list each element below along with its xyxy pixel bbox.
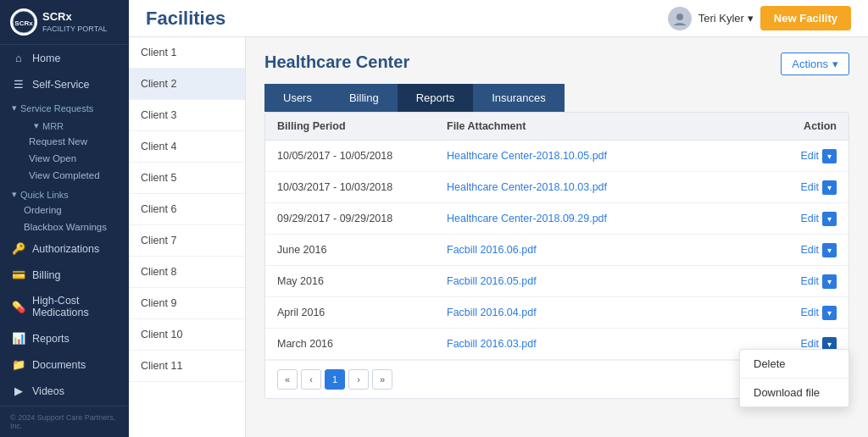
documents-icon: 📁 bbox=[12, 358, 25, 371]
sidebar-item-medications-label: High-Cost Medications bbox=[32, 295, 117, 318]
sidebar-item-authorizations-label: Authorizations bbox=[32, 243, 99, 255]
user-name-text: Teri Kyler bbox=[698, 12, 744, 25]
dropdown-arrow-btn-1[interactable]: ▾ bbox=[822, 180, 837, 195]
client-item-6[interactable]: Client 6 bbox=[129, 194, 245, 225]
sidebar-item-view-open[interactable]: View Open bbox=[22, 150, 129, 167]
client-item-3[interactable]: Client 3 bbox=[129, 100, 245, 131]
sidebar: SCRx SCRx FACILITY PORTAL ⌂ Home ☰ Self-… bbox=[0, 0, 129, 437]
client-item-1[interactable]: Client 1 bbox=[129, 37, 245, 69]
sidebar-item-high-cost-medications[interactable]: 💊 High-Cost Medications bbox=[0, 288, 129, 325]
dropdown-arrow-btn-4[interactable]: ▾ bbox=[822, 274, 837, 289]
sidebar-item-blackbox-warnings[interactable]: Blackbox Warnings bbox=[0, 218, 129, 235]
page-prev-btn[interactable]: ‹ bbox=[301, 369, 321, 390]
sidebar-item-reports[interactable]: 📊 Reports bbox=[0, 325, 129, 351]
main-panel: Healthcare Center Actions ▾ Users Billin… bbox=[246, 37, 868, 437]
page-first-btn[interactable]: « bbox=[277, 369, 298, 390]
edit-btn-1[interactable]: Edit bbox=[797, 180, 822, 195]
sidebar-item-videos[interactable]: ▶ Videos bbox=[0, 378, 129, 404]
logo-area: SCRx SCRx FACILITY PORTAL bbox=[0, 0, 129, 45]
user-name-dropdown[interactable]: Teri Kyler ▾ bbox=[698, 12, 754, 25]
svg-text:SCRx: SCRx bbox=[14, 19, 33, 27]
file-link-2[interactable]: Healthcare Center-2018.09.29.pdf bbox=[447, 213, 752, 224]
sidebar-item-billing[interactable]: 💳 Billing bbox=[0, 262, 129, 288]
context-menu: Delete Download file bbox=[739, 349, 849, 407]
col-action: Action bbox=[752, 120, 837, 132]
row-action-3: Edit ▾ bbox=[752, 242, 837, 257]
sidebar-nav: ⌂ Home ☰ Self-Service ▾ Service Requests… bbox=[0, 45, 129, 406]
content-area: Client 1 Client 2 Client 3 Client 4 Clie… bbox=[129, 37, 868, 437]
actions-chevron-icon: ▾ bbox=[832, 58, 838, 70]
sidebar-item-self-service-label: Self-Service bbox=[32, 79, 89, 91]
logo-icon: SCRx bbox=[10, 8, 37, 36]
billing-period-1: 10/03/2017 - 10/03/2018 bbox=[277, 181, 447, 193]
row-action-4: Edit ▾ bbox=[752, 274, 837, 289]
facility-name: Healthcare Center bbox=[264, 53, 849, 72]
sidebar-item-documents[interactable]: 📁 Documents bbox=[0, 351, 129, 378]
sidebar-item-documents-label: Documents bbox=[32, 359, 86, 371]
sidebar-item-self-service[interactable]: ☰ Self-Service bbox=[0, 71, 129, 97]
client-item-4[interactable]: Client 4 bbox=[129, 131, 245, 163]
row-action-1: Edit ▾ bbox=[752, 180, 837, 195]
col-file-attachment: File Attachment bbox=[447, 120, 752, 132]
sidebar-item-request-new[interactable]: Request New bbox=[22, 133, 129, 150]
sidebar-item-authorizations[interactable]: 🔑 Authorizations bbox=[0, 235, 129, 262]
page-last-btn[interactable]: » bbox=[372, 369, 392, 390]
file-link-4[interactable]: Facbill 2016.05.pdf bbox=[447, 275, 752, 287]
tab-users[interactable]: Users bbox=[264, 84, 331, 112]
tab-insurances[interactable]: Insurances bbox=[473, 84, 565, 112]
client-item-7[interactable]: Client 7 bbox=[129, 225, 245, 257]
billing-period-5: April 2016 bbox=[277, 307, 447, 318]
dropdown-arrow-btn-3[interactable]: ▾ bbox=[822, 243, 837, 257]
sidebar-item-view-completed[interactable]: View Completed bbox=[22, 167, 129, 184]
tab-reports[interactable]: Reports bbox=[398, 84, 474, 112]
edit-btn-2[interactable]: Edit bbox=[797, 211, 822, 226]
page-1-btn[interactable]: 1 bbox=[325, 369, 345, 390]
dropdown-arrow-btn-0[interactable]: ▾ bbox=[822, 149, 837, 163]
table-row: 10/05/2017 - 10/05/2018 Healthcare Cente… bbox=[265, 141, 849, 172]
sidebar-item-billing-label: Billing bbox=[32, 269, 60, 281]
billing-period-6: March 2016 bbox=[277, 338, 447, 350]
dropdown-arrow-btn-2[interactable]: ▾ bbox=[822, 212, 837, 226]
tab-billing[interactable]: Billing bbox=[331, 84, 398, 112]
sidebar-item-videos-label: Videos bbox=[32, 385, 64, 397]
logo-text: SCRx FACILITY PORTAL bbox=[42, 10, 108, 35]
page-next-btn[interactable]: › bbox=[348, 369, 369, 390]
dropdown-arrow-btn-5[interactable]: ▾ bbox=[822, 306, 837, 320]
row-action-5: Edit ▾ bbox=[752, 305, 837, 320]
row-action-2: Edit ▾ bbox=[752, 211, 837, 226]
client-item-10[interactable]: Client 10 bbox=[129, 319, 245, 351]
billing-period-4: May 2016 bbox=[277, 275, 447, 287]
page-title: Facilities bbox=[146, 8, 225, 30]
sidebar-item-home[interactable]: ⌂ Home bbox=[0, 45, 129, 71]
client-item-2[interactable]: Client 2 bbox=[129, 69, 245, 100]
file-link-5[interactable]: Facbill 2016.04.pdf bbox=[447, 307, 752, 318]
billing-icon: 💳 bbox=[12, 268, 25, 281]
sidebar-footer: © 2024 Support Care Partners, Inc. bbox=[0, 406, 129, 437]
file-link-1[interactable]: Healthcare Center-2018.10.03.pdf bbox=[447, 181, 752, 193]
reports-icon: 📊 bbox=[12, 332, 25, 345]
sidebar-item-ordering[interactable]: Ordering bbox=[0, 202, 129, 218]
edit-btn-5[interactable]: Edit bbox=[797, 305, 822, 320]
edit-btn-4[interactable]: Edit bbox=[797, 274, 822, 289]
file-link-3[interactable]: Facbill 2016.06.pdf bbox=[447, 244, 752, 256]
client-item-8[interactable]: Client 8 bbox=[129, 257, 245, 288]
file-link-6[interactable]: Facbill 2016.03.pdf bbox=[447, 338, 752, 350]
svg-point-2 bbox=[676, 14, 683, 20]
edit-btn-0[interactable]: Edit bbox=[797, 148, 822, 163]
billing-period-2: 09/29/2017 - 09/29/2018 bbox=[277, 213, 447, 224]
avatar-svg bbox=[672, 11, 687, 26]
file-link-0[interactable]: Healthcare Center-2018.10.05.pdf bbox=[447, 150, 752, 162]
actions-button[interactable]: Actions ▾ bbox=[781, 53, 849, 75]
context-menu-delete[interactable]: Delete bbox=[740, 350, 849, 378]
table-row: 09/29/2017 - 09/29/2018 Healthcare Cente… bbox=[265, 203, 849, 235]
client-item-5[interactable]: Client 5 bbox=[129, 163, 245, 194]
user-dropdown-chevron: ▾ bbox=[748, 12, 754, 25]
new-facility-button[interactable]: New Facility bbox=[760, 6, 851, 30]
videos-icon: ▶ bbox=[12, 384, 25, 397]
row-action-0: Edit ▾ bbox=[752, 148, 837, 163]
context-menu-download[interactable]: Download file bbox=[740, 378, 849, 407]
client-item-9[interactable]: Client 9 bbox=[129, 288, 245, 319]
client-item-11[interactable]: Client 11 bbox=[129, 351, 245, 382]
mrr-label: ▾ MRR bbox=[22, 115, 129, 133]
edit-btn-3[interactable]: Edit bbox=[797, 242, 822, 257]
